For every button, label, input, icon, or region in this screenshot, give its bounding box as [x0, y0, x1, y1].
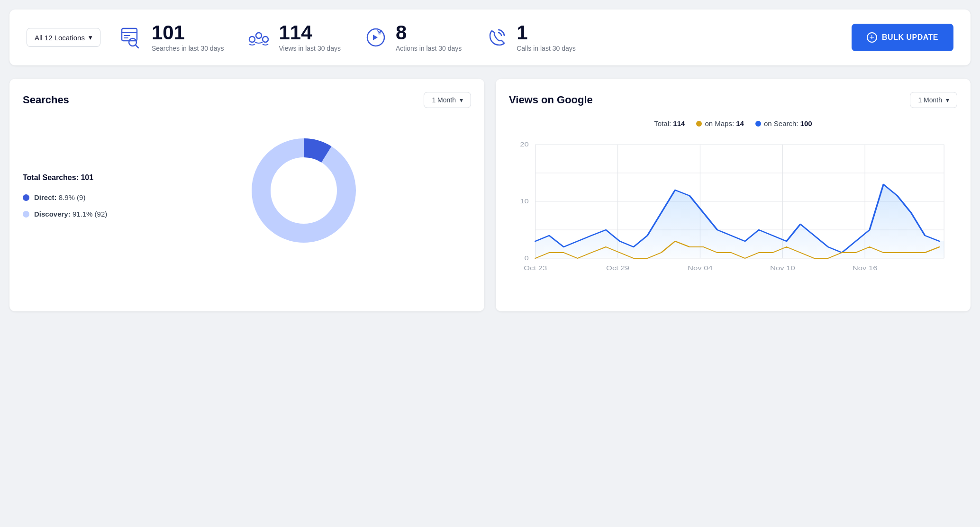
searches-card-header: Searches 1 Month ▾ [23, 92, 471, 108]
actions-number: 8 [396, 23, 462, 43]
svg-line-3 [136, 45, 138, 48]
chevron-down-icon: ▾ [460, 96, 463, 104]
chevron-down-icon: ▾ [946, 96, 949, 104]
calls-number: 1 [517, 23, 576, 43]
legend-direct: Direct: 8.9% (9) [23, 193, 136, 201]
donut-center [275, 162, 332, 219]
stat-actions: 8 Actions in last 30 days [363, 23, 462, 52]
top-stats-card: All 12 Locations ▾ 101 [9, 9, 971, 65]
svg-text:20: 20 [520, 141, 529, 147]
searches-number: 101 [152, 23, 224, 43]
maps-legend: on Maps: 14 [696, 119, 744, 127]
views-month-label: 1 Month [918, 96, 942, 104]
views-label: Views in last 30 days [279, 45, 340, 52]
location-dropdown[interactable]: All 12 Locations ▾ [27, 28, 100, 47]
searches-legend: Total Searches: 101 Direct: 8.9% (9) Dis… [23, 154, 136, 227]
svg-point-7 [249, 36, 255, 42]
searches-card: Searches 1 Month ▾ Total Searches: 101 D… [9, 79, 484, 311]
search-dot [755, 121, 761, 127]
search-legend: on Search: 100 [755, 119, 812, 127]
svg-text:Nov 16: Nov 16 [853, 265, 878, 271]
views-card-title: Views on Google [509, 94, 593, 106]
searches-card-title: Searches [23, 94, 69, 106]
stat-searches: 101 Searches in last 30 days [119, 23, 224, 52]
location-label: All 12 Locations [35, 34, 85, 42]
donut-chart-wrapper [136, 119, 471, 262]
views-chart-area: 20 10 0 Oct 23 Oct 29 Nov 04 Nov 10 Nov … [509, 135, 957, 298]
views-card: Views on Google 1 Month ▾ Total: 114 on … [496, 79, 971, 311]
views-number: 114 [279, 23, 340, 43]
actions-label: Actions in last 30 days [396, 45, 462, 52]
views-card-header: Views on Google 1 Month ▾ [509, 92, 957, 108]
stat-calls-text: 1 Calls in last 30 days [517, 23, 576, 52]
bulk-update-button[interactable]: + BULK UPDATE [852, 24, 953, 51]
direct-dot [23, 194, 29, 201]
actions-icon [363, 25, 388, 50]
searches-label: Searches in last 30 days [152, 45, 224, 52]
views-icon [246, 25, 271, 50]
views-month-dropdown[interactable]: 1 Month ▾ [910, 92, 957, 108]
legend-discovery: Discovery: 91.1% (92) [23, 210, 136, 218]
calls-icon [484, 25, 509, 50]
donut-chart [242, 129, 365, 252]
svg-text:Nov 04: Nov 04 [688, 265, 713, 271]
stats-row: 101 Searches in last 30 days [119, 23, 576, 52]
stat-calls: 1 Calls in last 30 days [484, 23, 576, 52]
views-line-chart: 20 10 0 Oct 23 Oct 29 Nov 04 Nov 10 Nov … [509, 135, 957, 296]
charts-row: Searches 1 Month ▾ Total Searches: 101 D… [9, 79, 971, 311]
calls-label: Calls in last 30 days [517, 45, 576, 52]
legend-total: Total Searches: 101 [23, 173, 136, 182]
stat-actions-text: 8 Actions in last 30 days [396, 23, 462, 52]
bulk-update-label: BULK UPDATE [882, 33, 938, 42]
views-stats-row: Total: 114 on Maps: 14 on Search: 100 [509, 119, 957, 127]
svg-text:10: 10 [520, 198, 529, 204]
stat-views-text: 114 Views in last 30 days [279, 23, 340, 52]
maps-dot [696, 121, 702, 127]
plus-icon: + [867, 32, 877, 43]
stat-views: 114 Views in last 30 days [246, 23, 340, 52]
svg-text:Oct 23: Oct 23 [524, 265, 547, 271]
searches-content: Total Searches: 101 Direct: 8.9% (9) Dis… [23, 119, 471, 262]
searches-month-dropdown[interactable]: 1 Month ▾ [424, 92, 471, 108]
svg-text:0: 0 [524, 255, 528, 261]
svg-point-8 [263, 36, 268, 42]
stat-searches-text: 101 Searches in last 30 days [152, 23, 224, 52]
svg-text:Oct 29: Oct 29 [606, 265, 629, 271]
search-area-fill [535, 184, 944, 258]
discovery-dot [23, 211, 29, 218]
svg-text:Nov 10: Nov 10 [770, 265, 795, 271]
chevron-down-icon: ▾ [89, 33, 92, 42]
searches-month-label: 1 Month [432, 96, 456, 104]
svg-point-6 [256, 33, 262, 38]
search-icon [119, 25, 144, 50]
top-left-area: All 12 Locations ▾ 101 [27, 23, 576, 52]
